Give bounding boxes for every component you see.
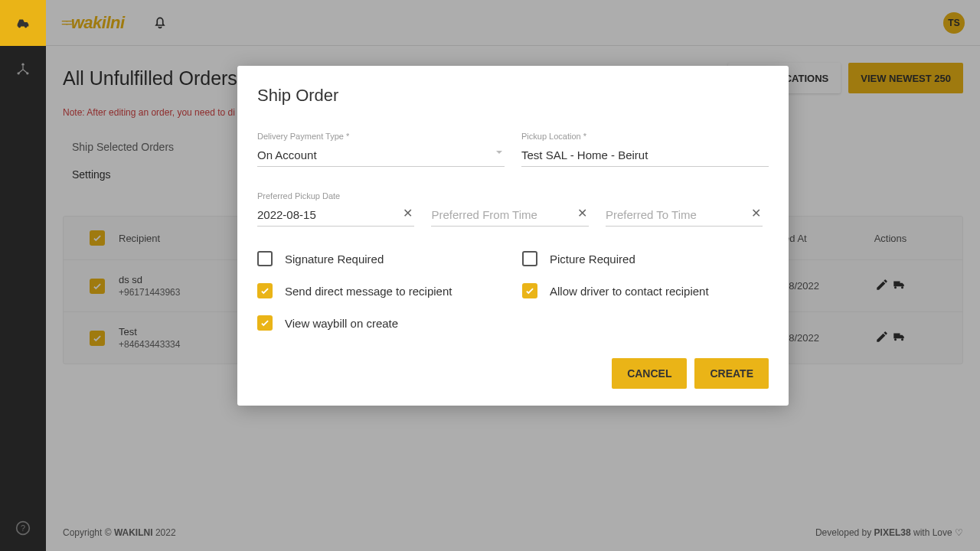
preferred-from-field[interactable]: ✕	[431, 191, 588, 227]
checkbox-label: Signature Required	[285, 253, 384, 266]
help-button[interactable]: ?	[0, 505, 46, 551]
modal-overlay[interactable]: Ship Order Delivery Payment Type * Picku…	[46, 0, 980, 551]
hub-icon	[15, 61, 31, 77]
ship-order-modal: Ship Order Delivery Payment Type * Picku…	[237, 66, 789, 406]
field-label	[431, 191, 588, 201]
preferred-date-field[interactable]: Preferred Pickup Date ✕	[257, 191, 414, 227]
signature-required-checkbox[interactable]: Signature Required	[257, 251, 504, 266]
checkbox-label: Picture Required	[550, 253, 635, 266]
clear-icon[interactable]: ✕	[577, 206, 587, 220]
help-icon: ?	[15, 520, 31, 536]
checkbox-icon	[257, 315, 273, 331]
create-button[interactable]: CREATE	[694, 358, 769, 389]
checkbox-label: Allow driver to contact recipient	[550, 285, 709, 298]
pickup-location-input[interactable]	[521, 145, 769, 167]
send-message-checkbox[interactable]: Send direct message to recipient	[257, 283, 504, 298]
checkbox-label: View waybill on create	[285, 317, 398, 330]
modal-title: Ship Order	[257, 86, 769, 106]
delivery-payment-field[interactable]: Delivery Payment Type *	[257, 132, 505, 167]
delivery-payment-select[interactable]	[257, 145, 505, 167]
field-label: Pickup Location *	[521, 132, 769, 141]
clear-icon[interactable]: ✕	[403, 206, 413, 220]
svg-point-0	[21, 64, 24, 66]
checkbox-icon	[522, 251, 537, 266]
clear-icon[interactable]: ✕	[751, 206, 761, 220]
checkbox-label: Send direct message to recipient	[285, 285, 452, 298]
field-label: Delivery Payment Type *	[257, 132, 505, 141]
preferred-to-input[interactable]	[606, 205, 763, 227]
rail-logo[interactable]	[0, 0, 46, 46]
chevron-down-icon	[495, 145, 503, 159]
field-label: Preferred Pickup Date	[257, 191, 414, 201]
side-rail: ?	[0, 0, 46, 551]
preferred-date-input[interactable]	[257, 205, 414, 227]
allow-driver-checkbox[interactable]: Allow driver to contact recipient	[522, 283, 769, 298]
checkbox-icon	[522, 283, 537, 298]
svg-text:?: ?	[21, 523, 25, 533]
field-label	[606, 191, 763, 201]
checkbox-icon	[257, 251, 273, 266]
picture-required-checkbox[interactable]: Picture Required	[522, 251, 769, 266]
view-waybill-checkbox[interactable]: View waybill on create	[257, 315, 504, 331]
preferred-to-field[interactable]: ✕	[606, 191, 763, 227]
cancel-button[interactable]: CANCEL	[612, 358, 687, 389]
pickup-location-field[interactable]: Pickup Location *	[521, 132, 769, 167]
checkbox-icon	[257, 283, 273, 298]
preferred-from-input[interactable]	[431, 205, 588, 227]
delivery-icon	[15, 15, 31, 31]
rail-nav-item[interactable]	[0, 46, 46, 92]
